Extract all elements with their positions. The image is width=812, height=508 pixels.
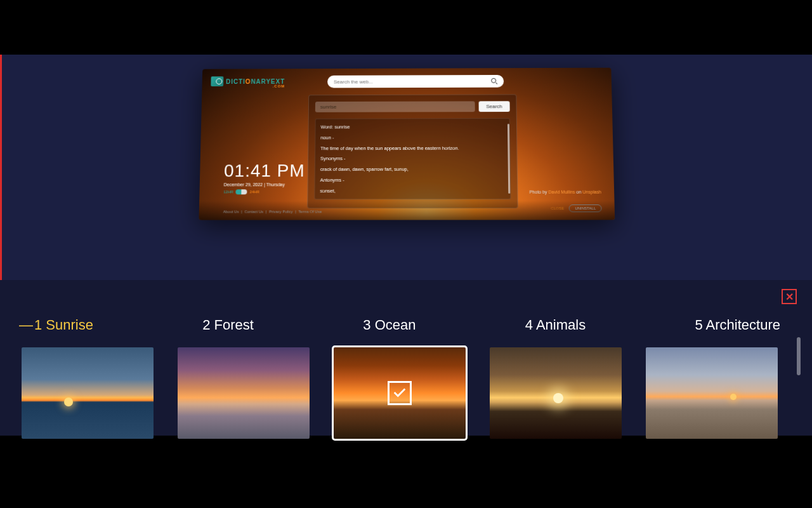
privacy-link[interactable]: Privacy Policy: [269, 210, 293, 213]
clock-time: 01:41 PM: [224, 161, 305, 181]
close-label[interactable]: CLOSE: [551, 206, 564, 210]
scrollbar-thumb[interactable]: [797, 337, 801, 375]
contact-link[interactable]: Contact Us: [244, 210, 263, 213]
close-icon[interactable]: ✕: [782, 289, 797, 304]
about-link[interactable]: About Us: [223, 210, 239, 213]
format-12hr-label: 12HR: [223, 190, 233, 194]
footer-links: About Us | Contact Us | Privacy Policy |…: [223, 210, 324, 213]
dict-result-box: Word: sunrise noun - The time of day whe…: [314, 118, 511, 199]
wallpaper-thumb[interactable]: [178, 347, 310, 439]
search-icon[interactable]: [491, 78, 497, 84]
uninstall-button[interactable]: UNINSTALL: [569, 204, 602, 212]
brand-logo: DICTIONARYEXT .COM: [211, 76, 285, 86]
checkmark-icon: [388, 381, 412, 405]
tab-architecture[interactable]: 5 Architecture: [695, 317, 780, 333]
tab-sunrise[interactable]: 1 Sunrise: [19, 317, 93, 333]
terms-link[interactable]: Terms Of Use: [298, 210, 322, 213]
dict-definition: The time of day when the sun appears abo…: [320, 145, 504, 151]
format-24hr-label: 24HR: [250, 190, 259, 194]
dict-synonyms-label: Synonyms -: [320, 156, 505, 162]
main-panel: DICTIONARYEXT .COM Search Word: sunrise …: [0, 55, 812, 436]
wallpaper-thumb[interactable]: [22, 347, 154, 439]
clock-date: December 29, 2022 | Thursday: [224, 182, 305, 187]
tab-ocean[interactable]: 3 Ocean: [363, 317, 416, 333]
wallpaper-thumb-selected[interactable]: [334, 347, 466, 439]
dict-search-input[interactable]: [315, 101, 475, 112]
thumbnail-row: [22, 347, 778, 439]
tab-forest[interactable]: 2 Forest: [202, 317, 254, 333]
credit-author-link[interactable]: David Mullins: [548, 190, 575, 194]
toggle-switch[interactable]: [236, 189, 247, 194]
dict-word: Word: sunrise: [320, 124, 504, 130]
dict-synonyms: crack of dawn, dawn, sparrow fart, sunup…: [320, 166, 505, 173]
wallpaper-thumb[interactable]: [490, 347, 622, 439]
dict-search-button[interactable]: Search: [478, 101, 509, 112]
dict-search-row: Search: [315, 101, 510, 112]
newtab-preview: DICTIONARYEXT .COM Search Word: sunrise …: [199, 68, 615, 220]
web-search-input[interactable]: [334, 78, 491, 84]
credit-site-link[interactable]: Unsplash: [582, 190, 601, 194]
logo-text: DICTIONARYEXT .COM: [226, 77, 285, 84]
logo-icon: [211, 76, 223, 86]
web-search-bar[interactable]: [327, 75, 504, 88]
wallpaper-thumb[interactable]: [646, 347, 778, 439]
category-tabs: 1 Sunrise 2 Forest 3 Ocean 4 Animals 5 A…: [19, 317, 780, 333]
preview-perspective-wrap: DICTIONARYEXT .COM Search Word: sunrise …: [200, 67, 612, 220]
clock-format-toggle[interactable]: 12HR 24HR: [223, 189, 304, 194]
wallpaper-gallery: ✕ 1 Sunrise 2 Forest 3 Ocean 4 Animals 5…: [0, 280, 812, 436]
dictionary-panel: Search Word: sunrise noun - The time of …: [307, 94, 518, 208]
dict-antonyms-label: Antonyms -: [320, 177, 505, 183]
photo-credit: Photo by David Mullins on Unsplash: [529, 190, 601, 194]
clock-widget: 01:41 PM December 29, 2022 | Thursday 12…: [223, 161, 305, 194]
dict-antonyms: sunset,: [320, 187, 505, 194]
tab-animals[interactable]: 4 Animals: [525, 317, 586, 333]
dict-pos: noun -: [320, 135, 504, 141]
preview-bottom-actions: CLOSE UNINSTALL: [551, 204, 601, 212]
